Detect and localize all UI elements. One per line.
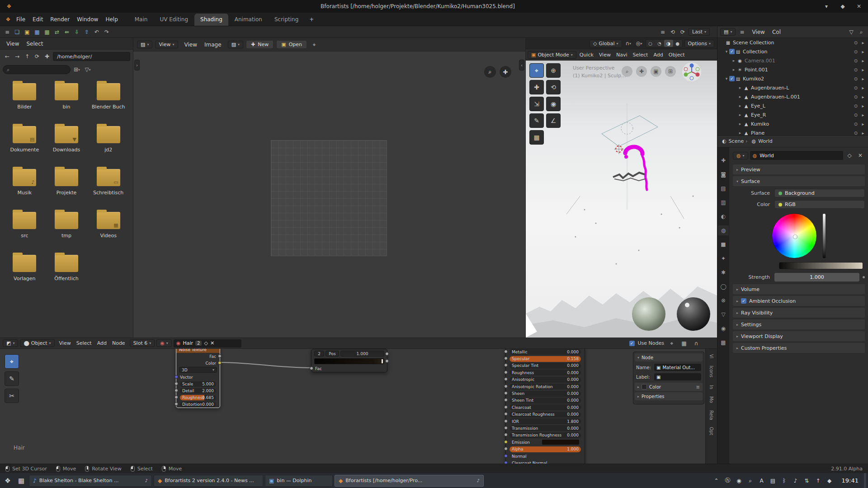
expand-arrow-icon[interactable]: ▾ bbox=[724, 49, 729, 54]
menu-item[interactable]: View bbox=[3, 41, 23, 47]
collection-checkbox[interactable] bbox=[729, 76, 735, 81]
matcap-preview-sphere[interactable] bbox=[677, 297, 710, 331]
workspace-tab[interactable]: Main bbox=[129, 14, 154, 26]
updates-icon[interactable]: ↑ bbox=[815, 477, 821, 484]
input-socket[interactable] bbox=[504, 454, 508, 458]
tray-expander-icon[interactable]: ⌃ bbox=[713, 477, 720, 484]
surface-shader-dropdown[interactable]: Background bbox=[774, 189, 865, 197]
navigation-gizmo[interactable] bbox=[681, 61, 702, 82]
sidebar-tab[interactable]: Mo bbox=[709, 396, 714, 403]
value-slider[interactable]: Emission bbox=[509, 439, 581, 445]
taskbar-task[interactable]: ◆ Bforartists [/home/holger/Pro... ♪ bbox=[335, 475, 484, 487]
sidebar-tab[interactable]: Icons bbox=[709, 366, 714, 377]
material-slot-dropdown[interactable]: Slot 6▾ bbox=[130, 339, 155, 347]
search-icon[interactable]: ⌕ bbox=[747, 477, 754, 484]
workspace-tab[interactable]: Shading bbox=[194, 14, 228, 26]
folder-item[interactable]: ▦ Videos bbox=[87, 212, 129, 239]
shader-input-row[interactable]: Metallic 0.000 bbox=[506, 348, 585, 355]
principled-bsdf-node[interactable]: Metallic 0.000 Specular 0.158 bbox=[505, 346, 585, 464]
outliner-row[interactable]: ▸ ▲ Plane ⊙ ▸ bbox=[717, 128, 868, 136]
save-icon[interactable]: ▦ bbox=[33, 28, 42, 37]
folder-item[interactable]: ▤ Dokumente bbox=[4, 126, 46, 153]
folder-item[interactable]: Vorlagen bbox=[4, 255, 46, 282]
color-ramp-node[interactable]: 2 Pos 1.000 Fac bbox=[311, 349, 387, 372]
input-socket[interactable] bbox=[175, 402, 178, 406]
object-tab[interactable]: ■ bbox=[718, 239, 729, 249]
sidebar-expand-handle[interactable]: › bbox=[134, 60, 140, 70]
folder-item[interactable]: Bilder bbox=[4, 83, 46, 110]
app-launcher-icon[interactable]: ❖ bbox=[2, 475, 14, 487]
alpha-output-socket[interactable] bbox=[385, 359, 389, 363]
taskbar-task[interactable]: ◆ Bforartists 2 version 2.4.0 - News ... bbox=[154, 475, 263, 487]
value-slider[interactable]: Roughness 0.685 bbox=[180, 395, 216, 400]
properties-section-header[interactable]: ▸ Viewport Display bbox=[733, 331, 865, 341]
snap-magnet-icon[interactable]: ∩▾ bbox=[624, 39, 633, 48]
selectability-icon[interactable]: ▸ bbox=[859, 76, 867, 81]
folder-item[interactable]: Blender Buch bbox=[87, 83, 129, 110]
scale-tool[interactable]: ⇲ bbox=[529, 97, 544, 111]
editor-type-button[interactable]: ▨▾ bbox=[137, 41, 152, 48]
physics-tab[interactable]: ◯ bbox=[718, 282, 729, 291]
output-socket[interactable] bbox=[218, 361, 222, 365]
menu-item[interactable]: Edit bbox=[29, 16, 47, 23]
outliner-row[interactable]: ▸ ☀ Point.001 ⊙ ▸ bbox=[717, 65, 868, 74]
menu-item[interactable]: Render bbox=[47, 16, 73, 23]
shader-input-row[interactable]: Roughness 0.000 bbox=[506, 369, 585, 376]
camera-view-gadget[interactable]: ▣ bbox=[651, 66, 661, 77]
pin-icon[interactable]: ⌖ bbox=[310, 40, 319, 49]
toolbar-menu-icon[interactable]: ≡ bbox=[3, 28, 12, 37]
vector-socket[interactable] bbox=[175, 375, 178, 379]
folder-item[interactable]: Öffentlich bbox=[46, 255, 88, 282]
menu-item[interactable]: Select bbox=[74, 340, 94, 346]
node-slider-row[interactable]: Roughness 0.685 bbox=[176, 394, 220, 401]
perspective-gadget[interactable]: ⊞ bbox=[665, 66, 676, 77]
pager-icon[interactable]: ▦ bbox=[15, 475, 27, 487]
shader-input-row[interactable]: Transmission Roughness 0.000 bbox=[506, 432, 585, 439]
properties-section-header[interactable]: ▸ Custom Properties bbox=[733, 343, 865, 353]
viewport-canvas[interactable]: User Perspective (1) Kumiko2 | Sculp... … bbox=[526, 61, 717, 338]
gradient-bar[interactable] bbox=[314, 358, 384, 364]
clock[interactable]: 19:41 bbox=[842, 477, 859, 484]
world-tab[interactable]: ◍ bbox=[718, 225, 729, 235]
environment-preview-sphere[interactable] bbox=[632, 297, 665, 331]
modifiers-tab[interactable]: ✦ bbox=[718, 253, 729, 263]
hide-eye-icon[interactable]: ⊙ bbox=[852, 49, 859, 54]
measure-tool[interactable]: ∠ bbox=[546, 113, 561, 128]
wireframe-shading-icon[interactable]: ○ bbox=[646, 40, 655, 47]
output-tab[interactable]: ▤ bbox=[718, 183, 729, 193]
constraints-tab[interactable]: ⊗ bbox=[718, 296, 729, 305]
shader-input-row[interactable]: Specular Tint 0.000 bbox=[506, 362, 585, 369]
add-workspace-button[interactable]: + bbox=[305, 14, 318, 25]
breadcrumb-item[interactable]: ◍ World bbox=[745, 138, 773, 144]
vector-input-row[interactable]: Vector bbox=[176, 374, 220, 380]
value-slider[interactable]: Alpha 1.000 bbox=[509, 446, 581, 452]
add-cube-tool[interactable]: ▦ bbox=[529, 130, 544, 145]
input-method-icon[interactable]: A bbox=[759, 477, 765, 484]
npanel-expand-handle[interactable]: ‹ bbox=[519, 60, 524, 70]
shader-input-row[interactable]: Clearcoat 0.000 bbox=[506, 404, 585, 411]
select-box-tool[interactable]: ⌖ bbox=[529, 63, 544, 78]
taskbar-task[interactable]: ♪ Blake Shelton - Blake Shelton ... ♪ bbox=[29, 475, 152, 487]
up-icon[interactable]: ↑ bbox=[23, 52, 32, 61]
open-image-button[interactable]: ▣Open bbox=[276, 40, 307, 49]
input-socket[interactable] bbox=[504, 412, 508, 416]
shader-input-row[interactable]: Sheen 0.000 bbox=[506, 390, 585, 397]
shader-input-row[interactable]: Anisotropic Rotation 0.000 bbox=[506, 383, 585, 390]
zoom-icon[interactable]: ⌕ bbox=[484, 66, 496, 78]
input-socket[interactable] bbox=[504, 405, 508, 409]
menu-item[interactable]: File bbox=[13, 16, 29, 23]
volume-icon[interactable]: ♪ bbox=[793, 477, 799, 484]
input-socket[interactable] bbox=[504, 385, 508, 388]
color-value-bar[interactable] bbox=[779, 262, 863, 269]
overlays-icon[interactable]: ▦ bbox=[679, 339, 689, 348]
node-slider-row[interactable]: Detail 2.000 bbox=[176, 387, 220, 394]
workspace-tab[interactable]: Scripting bbox=[269, 14, 304, 26]
expand-arrow-icon[interactable]: ▸ bbox=[737, 113, 743, 117]
folder-item[interactable]: jd2 bbox=[87, 126, 129, 153]
export-icon[interactable]: ⇧ bbox=[82, 28, 91, 37]
shader-input-row[interactable]: IOR 1.800 bbox=[506, 418, 585, 425]
selectability-icon[interactable]: ▸ bbox=[859, 103, 867, 108]
editor-type-button[interactable]: ◩▾ bbox=[3, 339, 18, 347]
stop-index-field[interactable]: 2 bbox=[314, 351, 324, 357]
hide-eye-icon[interactable]: ⊙ bbox=[852, 58, 859, 63]
